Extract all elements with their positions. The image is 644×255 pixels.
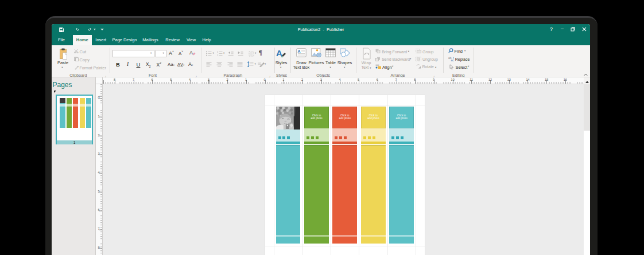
svg-text:A: A — [297, 49, 300, 53]
svg-text:ac: ac — [451, 58, 455, 62]
svg-text:A: A — [189, 50, 193, 56]
svg-text:1: 1 — [217, 51, 218, 53]
svg-text:2: 2 — [217, 54, 218, 56]
